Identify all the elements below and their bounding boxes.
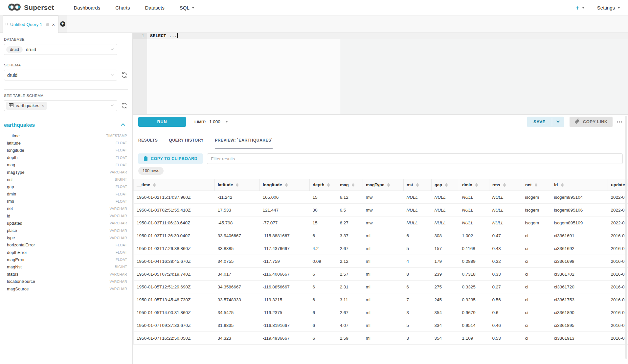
cell-rms: 0.53 [489,332,522,345]
schema-column-list: __time TIMESTAMP latitude FLOAT longitud… [4,132,128,292]
chevron-down-icon [617,7,620,9]
sort-icon [475,183,478,187]
settings-menu[interactable]: Settings [597,5,620,11]
filter-results-input[interactable] [207,153,623,164]
column-header[interactable]: __time [134,179,215,191]
cell-longitude: -119.4936667 [260,332,310,345]
tab-query-history[interactable]: QUERY HISTORY [169,138,204,149]
sql-code-rest: ... [169,34,177,38]
column-header[interactable]: latitude [215,179,260,191]
cell-time: 1950-01-03T11:26:30.040Z [134,229,215,242]
table-row: 1950-01-05T07:24:19.740Z 34.017 -116.400… [134,268,628,281]
navbar-right: + Settings [576,5,620,11]
copy-link-button[interactable]: COPY LINK [570,117,613,127]
schema-select[interactable]: druid [4,70,117,80]
limit-label: LIMIT: [194,120,206,124]
nav-dashboards[interactable]: Dashboards [74,5,100,11]
refresh-table-icon[interactable] [121,102,128,109]
column-header[interactable]: rms [489,179,522,191]
tab-untitled-query-1[interactable]: Untitled Query 1 × [3,15,58,33]
copy-link-label: COPY LINK [583,119,608,124]
database-select[interactable]: druid druid [4,44,117,55]
nav-charts[interactable]: Charts [115,5,130,11]
cell-id: ci3361890 [551,306,608,319]
column-header[interactable]: longitude [260,179,310,191]
cell-id: ci3361895 [551,319,608,332]
cell-longitude: 165.006 [260,191,310,204]
cell-longitude: -117.759 [260,255,310,268]
copy-to-clipboard-button[interactable]: COPY TO CLIPBOARD [138,153,203,164]
settings-label: Settings [597,5,615,11]
column-header[interactable]: magType [363,179,404,191]
column-header[interactable]: net [522,179,551,191]
save-button[interactable]: SAVE [527,117,552,127]
cell-magtype: ml [363,268,404,281]
column-header[interactable]: depth [310,179,337,191]
cell-rms: 0.27 [489,281,522,293]
cell-longitude: -116.8856667 [260,281,310,293]
chevron-down-icon [225,121,228,123]
query-state-dot [46,23,49,26]
limit-dropdown[interactable]: LIMIT: 1 000 [194,119,228,124]
cell-time: 1950-01-05T12:51:29.690Z [134,281,215,293]
sql-code-editor[interactable]: 1 SELECT... [133,33,628,114]
table-schema-title: earthquakes [4,122,35,128]
chevron-up-icon[interactable] [121,123,125,127]
cell-mag: 2.67 [337,242,363,255]
column-type: FLOAT [116,163,127,167]
add-tab-button[interactable]: + [58,15,67,33]
column-name: mag [7,162,15,167]
column-header[interactable]: dmin [459,179,489,191]
schema-column-row: latitude FLOAT [4,139,128,147]
cell-magtype: ml [363,242,404,255]
new-item-button[interactable]: + [576,5,585,11]
cell-nst: 6 [404,229,432,242]
chevron-down-icon [192,7,194,9]
schema-column-row: net VARCHAR [4,205,128,212]
superset-logo[interactable]: Superset [8,3,54,13]
nav-sql[interactable]: SQL [180,5,194,11]
cell-depth: 6 [310,229,337,242]
table-row: 1950-01-02T15:14:37.960Z -11.242 165.006… [134,191,628,204]
tab-results[interactable]: RESULTS [138,138,158,149]
nav-datasets[interactable]: Datasets [145,5,165,11]
column-header[interactable]: mag [337,179,363,191]
see-table-schema-label: SEE TABLE SCHEMA [4,94,128,98]
active-line-highlight [147,33,628,39]
run-button[interactable]: RUN [138,117,186,127]
close-icon[interactable]: × [42,103,44,108]
cell-gap: 179 [432,255,459,268]
column-header-label: nst [407,182,413,187]
cell-rms: 0.33 [489,268,522,281]
table-row: 1950-01-04T16:38:45.670Z 34.0755 -117.75… [134,255,628,268]
column-header[interactable]: id [551,179,608,191]
column-header[interactable]: gap [432,179,459,191]
drag-handle-icon[interactable] [6,23,8,26]
more-options-button[interactable]: ••• [617,119,623,124]
cell-mag: 6.5 [337,204,363,216]
table-tag[interactable]: earthquakes × [6,102,47,110]
close-icon[interactable]: × [52,22,55,27]
table-row: 1950-01-07T09:37:33.670Z 31.9835 -116.81… [134,319,628,332]
tab-preview-earthquakes[interactable]: PREVIEW: `EARTHQUAKES` [215,138,273,149]
cell-time: 1950-01-04T16:38:45.670Z [134,255,215,268]
cell-nst: 6 [404,281,432,293]
column-name: magError [7,257,25,262]
column-name: id [7,214,10,218]
column-header-label: longitude [263,182,282,187]
schema-column-row: longitude FLOAT [4,147,128,154]
refresh-schema-icon[interactable] [121,72,128,79]
cell-longitude: -119.3215 [260,293,310,306]
table-select[interactable]: earthquakes × [4,100,117,111]
scrollbar[interactable] [625,116,627,359]
column-header-label: gap [435,182,442,187]
cell-longitude: -117.4376667 [260,242,310,255]
cell-latitude: 31.9835 [215,319,260,332]
column-header[interactable]: nst [404,179,432,191]
column-name: latitude [7,141,21,146]
cell-latitude: 17.533 [215,204,260,216]
cell-id: iscgem895106 [551,204,608,216]
save-options-button[interactable] [552,117,564,127]
cell-mag: 3.37 [337,229,363,242]
cell-time: 1950-01-03T02:51:55.410Z [134,204,215,216]
